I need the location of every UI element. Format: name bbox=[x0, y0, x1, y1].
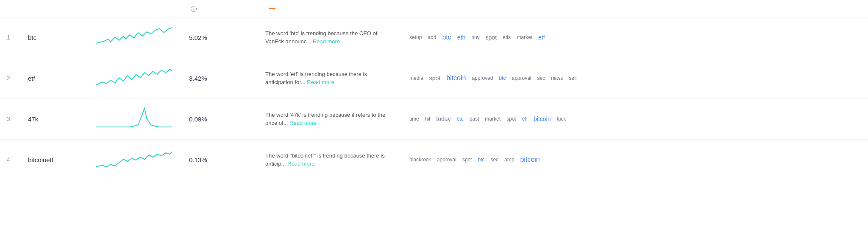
ai-text: The word "bitcoinetf" is trending becaus… bbox=[265, 152, 385, 167]
connected-word: bitcoin bbox=[534, 116, 551, 122]
rank-cell: 4 bbox=[0, 139, 21, 180]
connected-words-cell: blackrockapprovalspotbtcsecampbitcoin bbox=[403, 139, 868, 180]
connected-word: sec bbox=[537, 75, 545, 81]
connected-word: etf bbox=[538, 34, 545, 41]
chart-cell bbox=[89, 139, 182, 180]
connected-word: spot bbox=[429, 75, 440, 82]
ai-summary-cell: The word 'etf' is trending because there… bbox=[259, 58, 403, 99]
dominance-cell: 0.09% bbox=[182, 99, 259, 139]
connected-words-container: setupaddbtcethbuyspotetfsmarketetf bbox=[409, 25, 861, 50]
connected-word: media bbox=[409, 75, 423, 81]
connected-word: approval bbox=[437, 157, 456, 163]
table-row: 4 bitcoinetf 0.13% The word "bitcoinetf"… bbox=[0, 139, 868, 180]
col-header-connected-words bbox=[403, 0, 868, 17]
read-more-link[interactable]: Read more bbox=[313, 38, 340, 45]
connected-word: approved bbox=[472, 75, 493, 81]
connected-word: spot bbox=[486, 34, 497, 41]
connected-word: etfs bbox=[503, 34, 511, 40]
table-row: 1 btc 5.02% The word 'btc' is trending b… bbox=[0, 17, 868, 58]
table-row: 2 etf 3.42% The word 'etf' is trending b… bbox=[0, 58, 868, 99]
connected-word: time bbox=[409, 116, 419, 122]
read-more-link[interactable]: Read more bbox=[287, 161, 314, 167]
dominance-cell: 5.02% bbox=[182, 17, 259, 58]
connected-word: spot bbox=[506, 116, 516, 122]
connected-words-container: mediaspotbitcoinapprovedbtcapprovalsecne… bbox=[409, 65, 861, 91]
connected-words-cell: setupaddbtcethbuyspotetfsmarketetf bbox=[403, 17, 868, 58]
rank-cell: 2 bbox=[0, 58, 21, 99]
connected-word: today bbox=[436, 116, 451, 122]
col-header-rank bbox=[0, 0, 21, 17]
chart-cell bbox=[89, 99, 182, 139]
word-cell: btc bbox=[21, 17, 89, 58]
read-more-link[interactable]: Read more bbox=[289, 120, 317, 126]
connected-word: approval bbox=[512, 75, 531, 81]
connected-words-cell: timehittodaybtcpastmarketspotetfbitcoinf… bbox=[403, 99, 868, 139]
connected-word: setup bbox=[409, 34, 422, 40]
col-header-trending-words bbox=[21, 0, 89, 17]
connected-word: sell bbox=[569, 75, 576, 81]
connected-word: market bbox=[517, 34, 532, 40]
ai-summary-cell: The word '47k' is trending because it re… bbox=[259, 99, 403, 139]
connected-word: btc bbox=[457, 116, 464, 122]
chart-cell bbox=[89, 17, 182, 58]
connected-words-cell: mediaspotbitcoinapprovedbtcapprovalsecne… bbox=[403, 58, 868, 99]
connected-word: fuck bbox=[557, 116, 566, 122]
rank-cell: 3 bbox=[0, 99, 21, 139]
connected-word: sec bbox=[490, 157, 498, 163]
connected-word: btc bbox=[442, 34, 451, 41]
connected-word: bitcoin bbox=[446, 74, 466, 82]
ai-summary-cell: The word "bitcoinetf" is trending becaus… bbox=[259, 139, 403, 180]
trending-table: i 1 btc 5.02% The word 'btc' is trending… bbox=[0, 0, 868, 180]
connected-word: hit bbox=[425, 116, 431, 122]
read-more-link[interactable]: Read more bbox=[307, 79, 334, 85]
col-header-ai-summary bbox=[259, 0, 403, 17]
ai-text: The word '47k' is trending because it re… bbox=[265, 112, 385, 127]
connected-words-container: blackrockapprovalspotbtcsecampbitcoin bbox=[409, 147, 861, 172]
connected-word: spot bbox=[462, 157, 472, 163]
connected-word: add bbox=[428, 34, 436, 40]
chart-cell bbox=[89, 58, 182, 99]
hot-badge bbox=[269, 8, 275, 9]
connected-word: past bbox=[470, 116, 479, 122]
ai-summary-cell: The word 'btc' is trending because the C… bbox=[259, 17, 403, 58]
connected-word: amp bbox=[504, 157, 514, 163]
connected-word: etf bbox=[522, 116, 528, 122]
rank-cell: 1 bbox=[0, 17, 21, 58]
connected-words-container: timehittodaybtcpastmarketspotetfbitcoinf… bbox=[409, 106, 861, 132]
connected-word: btc bbox=[499, 75, 506, 81]
word-cell: 47k bbox=[21, 99, 89, 139]
connected-word: market bbox=[485, 116, 501, 122]
col-header-social-dominance: i bbox=[182, 0, 259, 17]
word-cell: bitcoinetf bbox=[21, 139, 89, 180]
dominance-cell: 3.42% bbox=[182, 58, 259, 99]
connected-word: bitcoin bbox=[520, 156, 540, 163]
connected-word: blackrock bbox=[409, 157, 431, 163]
connected-word: buy bbox=[471, 34, 479, 40]
connected-word: eth bbox=[457, 34, 465, 41]
connected-word: news bbox=[551, 75, 563, 81]
dominance-cell: 0.13% bbox=[182, 139, 259, 180]
info-icon[interactable]: i bbox=[191, 6, 197, 12]
connected-word: btc bbox=[478, 157, 484, 163]
table-row: 3 47k 0.09% The word '47k' is trending b… bbox=[0, 99, 868, 139]
col-header-trending-chart bbox=[89, 0, 182, 17]
word-cell: etf bbox=[21, 58, 89, 99]
